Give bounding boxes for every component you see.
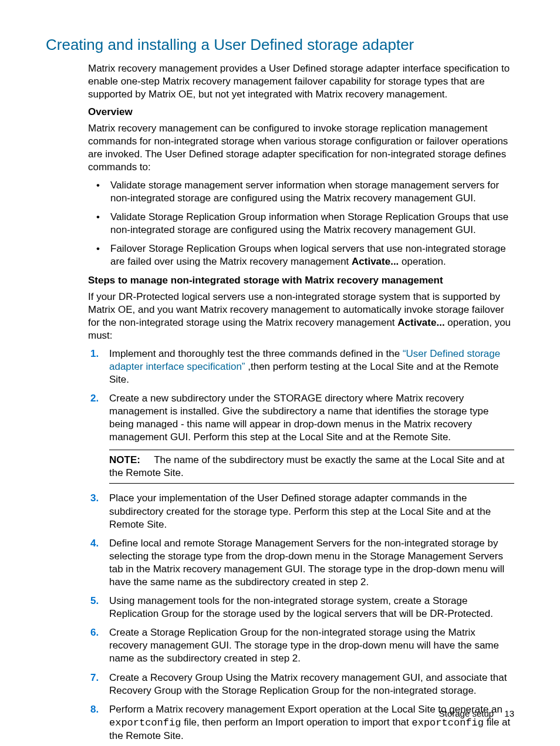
step-item: Implement and thoroughly test the three …	[88, 347, 514, 386]
page-heading: Creating and installing a User Defined s…	[46, 35, 514, 55]
overview-paragraph: Matrix recovery management can be config…	[88, 122, 514, 174]
bold-text: Activate...	[397, 317, 444, 328]
step-text: Create a new subdirectory under the STOR…	[109, 393, 488, 443]
note-text: The name of the subdirectory must be exa…	[109, 454, 504, 478]
footer-section: Storage setup	[439, 708, 494, 718]
note-label: NOTE:	[109, 454, 140, 465]
page-footer: Storage setup 13	[439, 708, 514, 720]
step-list: Implement and thoroughly test the three …	[88, 347, 514, 742]
bullet-item: Validate Storage Replication Group infor…	[93, 211, 514, 237]
step-item: Create a Recovery Group Using the Matrix…	[88, 671, 514, 697]
mono-text: exportconfig	[109, 717, 181, 728]
overview-bullets: Validate storage management server infor…	[88, 179, 514, 269]
overview-heading: Overview	[88, 106, 514, 119]
bullet-text: Failover Storage Replication Groups when…	[110, 243, 506, 267]
step-item: Using management tools for the non-integ…	[88, 595, 514, 620]
footer-page-number: 13	[504, 708, 514, 718]
bullet-item: Validate storage management server infor…	[93, 179, 514, 205]
steps-intro: If your DR-Protected logical servers use…	[88, 291, 514, 342]
note-block: NOTE: The name of the subdirectory must …	[109, 450, 514, 484]
step-text: file, then perform an Import operation t…	[181, 717, 411, 728]
step-item: Create a Storage Replication Group for t…	[88, 626, 514, 665]
bullet-text: operation.	[399, 256, 446, 267]
step-item: Define local and remote Storage Manageme…	[88, 537, 514, 589]
bullet-item: Failover Storage Replication Groups when…	[93, 242, 514, 268]
intro-paragraph: Matrix recovery management provides a Us…	[88, 62, 514, 101]
step-text: Implement and thoroughly test the three …	[109, 348, 403, 359]
steps-heading: Steps to manage non-integrated storage w…	[88, 274, 514, 287]
step-item: Create a new subdirectory under the STOR…	[88, 392, 514, 484]
step-item: Place your implementation of the User De…	[88, 492, 514, 531]
bold-text: Activate...	[352, 256, 399, 267]
